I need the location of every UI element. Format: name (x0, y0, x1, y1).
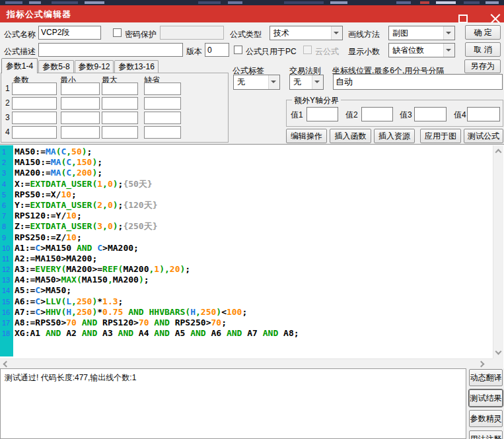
line-number: 12 (0, 264, 15, 275)
param-input-r1c3[interactable] (102, 83, 138, 95)
param-input-r4c4[interactable] (144, 126, 181, 139)
dropdown-button[interactable] (312, 75, 323, 89)
code-line[interactable]: 13A4:=MA50>MAX(MA150,MA200); (0, 275, 492, 285)
code-line[interactable]: 11A2:=MA150>MA200; (0, 253, 492, 264)
formula-desc-input[interactable] (38, 43, 183, 57)
background-app-fragment (52, 1, 78, 4)
param-input-r2c4[interactable] (144, 97, 181, 110)
save-as-button[interactable]: 另存为 (464, 59, 501, 73)
side-button-参数精灵[interactable]: 参数精灵 (469, 410, 503, 427)
scroll-left-icon[interactable] (3, 361, 10, 368)
param-input-r4c3[interactable] (102, 126, 138, 139)
code-line[interactable]: 16A7:=C>HHV(H,250)*0.75 AND HHVBARS(H,25… (0, 307, 492, 318)
formula-type-value: 技术 (273, 28, 289, 39)
param-input-r3c3[interactable] (102, 112, 138, 124)
y-value-input-1[interactable] (306, 107, 338, 121)
param-input-r3c1[interactable] (12, 112, 57, 124)
formula-name-input[interactable] (38, 26, 101, 40)
side-button-测试结果[interactable]: 测试结果 (469, 389, 503, 407)
code-line[interactable]: 15A6:=C>LLV(L,250)*1.3; (0, 296, 492, 307)
version-input[interactable] (205, 43, 229, 57)
formula-tag-select[interactable]: 无 (233, 75, 280, 90)
dropdown-button[interactable] (331, 26, 342, 40)
formula-type-select[interactable]: 技术 (270, 26, 343, 40)
param-row-label: 4 (5, 127, 10, 137)
password-protect-checkbox[interactable] (113, 28, 122, 37)
draw-method-select[interactable]: 副图 (388, 26, 455, 40)
tab-参数13-16[interactable]: 参数13-16 (114, 60, 159, 73)
window-title: 指标公式编辑器 (7, 9, 71, 20)
code-line[interactable]: 7RPS120:=Y/10; (0, 211, 492, 221)
vertical-scrollbar[interactable] (493, 145, 503, 358)
param-input-r1c1[interactable] (12, 83, 57, 95)
dropdown-button[interactable] (443, 26, 454, 40)
param-input-r2c1[interactable] (12, 97, 57, 110)
y-value-label: 值2 (345, 110, 358, 121)
dropdown-button[interactable] (443, 44, 454, 57)
password-input (160, 26, 224, 40)
line-number: 5 (0, 189, 15, 200)
scroll-down-icon[interactable] (495, 349, 502, 355)
tab-参数9-12[interactable]: 参数9-12 (75, 60, 114, 73)
code-line[interactable]: 12A3:=EVERY(MA200>=REF(MA200,1),20); (0, 264, 492, 275)
line-number: 7 (0, 211, 15, 221)
decimal-digits-select[interactable]: 缺省位数 (388, 43, 455, 57)
title-bar[interactable]: 指标公式编辑器 (0, 5, 504, 22)
background-app-fragment (228, 1, 242, 4)
code-line[interactable]: 8Z:=EXTDATA_USER(3,0);{250天} (0, 221, 492, 232)
close-icon[interactable] (489, 13, 501, 25)
param-input-r3c4[interactable] (144, 112, 181, 124)
background-app-fragment (284, 1, 324, 4)
action-button-应用于图[interactable]: 应用于图 (420, 129, 461, 143)
scrollbar-corner (493, 358, 503, 369)
code-line[interactable]: 18XG:A1 AND A2 AND A3 AND A4 AND A5 AND … (0, 328, 492, 339)
param-input-r1c2[interactable] (61, 83, 100, 95)
action-button-编辑操作[interactable]: 编辑操作 (286, 129, 327, 143)
ok-button[interactable]: 确 定 (465, 25, 501, 40)
code-line[interactable]: 17A8:=RPS50>70 AND RPS120>70 AND RPS250>… (0, 318, 492, 328)
param-input-r1c4[interactable] (144, 83, 181, 95)
line-number: 17 (0, 318, 15, 328)
code-line[interactable]: 3MA200:=MA(C,200); (0, 168, 492, 178)
param-row-label: 2 (5, 98, 10, 108)
code-line[interactable]: 5RPS50:=X/10; (0, 189, 492, 200)
pc-only-label: 公式只用于PC (246, 46, 297, 57)
code-lines[interactable]: 1MA50:=MA(C,50);2MA150:=MA(C,150);3MA200… (0, 147, 492, 339)
param-input-r3c2[interactable] (61, 112, 100, 124)
background-app-fragment (464, 1, 480, 4)
code-line[interactable]: 2MA150:=MA(C,150); (0, 157, 492, 168)
dropdown-button[interactable] (268, 75, 279, 89)
param-input-r4c1[interactable] (12, 126, 57, 139)
scroll-up-icon[interactable] (495, 149, 502, 156)
scroll-right-icon[interactable] (478, 361, 485, 368)
y-value-input-4[interactable] (467, 107, 500, 121)
code-line[interactable]: 6Y:=EXTDATA_USER(2,0);{120天} (0, 200, 492, 211)
code-line[interactable]: 10A1:=C>MA150 AND C>MA200; (0, 243, 492, 253)
param-row-label: 1 (5, 84, 10, 93)
tab-参数5-8[interactable]: 参数5-8 (38, 60, 74, 73)
coordinate-line-input[interactable] (333, 74, 503, 90)
code-line[interactable]: 9RPS250:=Z/10; (0, 232, 492, 243)
code-line[interactable]: 1MA50:=MA(C,50); (0, 147, 492, 157)
action-button-插入函数[interactable]: 插入函数 (330, 129, 371, 143)
code-line[interactable]: 14A5:=C>MA50; (0, 285, 492, 296)
param-input-r2c3[interactable] (102, 97, 138, 110)
line-number: 15 (0, 296, 15, 307)
tab-参数1-4[interactable]: 参数1-4 (1, 58, 38, 73)
side-button-用法注释[interactable]: 用法注释 (469, 430, 503, 439)
action-button-插入资源[interactable]: 插入资源 (374, 129, 415, 143)
code-line[interactable]: 4X:=EXTDATA_USER(1,0);{50天} (0, 179, 492, 189)
pc-only-checkbox[interactable] (234, 46, 242, 54)
cancel-button[interactable]: 取 消 (465, 42, 501, 57)
action-button-测试公式[interactable]: 测试公式 (464, 129, 503, 143)
trade-rule-select[interactable]: 无 (289, 75, 324, 90)
param-input-r4c2[interactable] (61, 126, 100, 139)
maximize-icon[interactable] (458, 15, 468, 23)
y-value-input-3[interactable] (414, 107, 447, 121)
side-button-动态翻译[interactable]: 动态翻译 (469, 369, 503, 386)
param-input-r2c2[interactable] (61, 97, 100, 110)
code-editor[interactable]: 1MA50:=MA(C,50);2MA150:=MA(C,150);3MA200… (0, 144, 504, 368)
param-panel: 参数最小最大缺省1234 (1, 73, 229, 143)
horizontal-scrollbar[interactable] (0, 358, 493, 369)
y-value-input-2[interactable] (361, 107, 393, 121)
